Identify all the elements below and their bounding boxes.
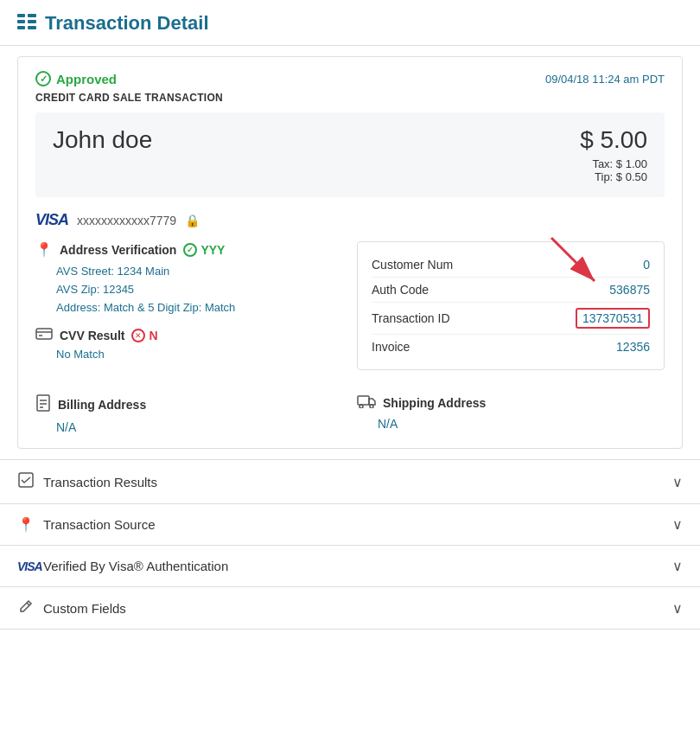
transaction-results-chevron: ∨ xyxy=(672,474,683,490)
svg-rect-4 xyxy=(28,20,36,23)
custom-fields-item[interactable]: Custom Fields ∨ xyxy=(0,586,700,630)
customer-num-value: 0 xyxy=(643,258,650,272)
tax-amount: Tax: $ 1.00 xyxy=(580,157,647,170)
auth-code-row: Auth Code 536875 xyxy=(372,278,650,303)
custom-fields-label: Custom Fields xyxy=(43,601,126,616)
svg-rect-14 xyxy=(358,396,369,405)
customer-num-row: Customer Num 0 xyxy=(372,253,650,278)
svg-rect-5 xyxy=(28,26,36,29)
transaction-type: CREDIT CARD SALE TRANSACTION xyxy=(35,92,665,104)
avs-code: YYY xyxy=(200,243,225,257)
cvv-label: CVV Result xyxy=(60,329,124,342)
customer-amount-section: John doe $ 5.00 Tax: $ 1.00 Tip: $ 0.50 xyxy=(35,112,665,197)
timestamp: 09/04/18 11:24 am PDT xyxy=(545,73,665,86)
custom-fields-chevron: ∨ xyxy=(672,600,683,617)
auth-code-value: 536875 xyxy=(609,283,650,297)
cvv-status: ✕ N xyxy=(131,329,157,342)
transaction-id-label: Transaction ID xyxy=(372,311,450,325)
tip-amount: Tip: $ 0.50 xyxy=(580,170,647,183)
transaction-id-value: 137370531 xyxy=(576,308,650,329)
avs-street: AVS Street: 1234 Main xyxy=(56,263,343,281)
avs-zip: AVS Zip: 12345 xyxy=(56,281,343,299)
shipping-label: Shipping Address xyxy=(383,396,486,410)
main-content-card: ✓ Approved 09/04/18 11:24 am PDT CREDIT … xyxy=(17,56,683,449)
avs-section: 📍 Address Verification ✓ YYY AVS Street:… xyxy=(35,241,343,317)
avs-check-icon: ✓ xyxy=(183,243,197,257)
cvv-header: CVV Result ✕ N xyxy=(35,327,343,344)
cvv-match: No Match xyxy=(56,348,343,361)
verification-grid: 📍 Address Verification ✓ YYY AVS Street:… xyxy=(35,241,665,370)
avs-pin-icon: 📍 xyxy=(35,241,53,258)
avs-details: AVS Street: 1234 Main AVS Zip: 12345 Add… xyxy=(56,263,343,317)
card-number: xxxxxxxxxxxx7779 xyxy=(77,214,176,227)
transaction-source-label: Transaction Source xyxy=(43,517,156,532)
cvv-code: N xyxy=(149,329,157,342)
shipping-truck-icon xyxy=(357,394,376,412)
svg-rect-17 xyxy=(19,473,33,487)
invoice-row: Invoice 12356 xyxy=(372,335,650,359)
transaction-results-left: Transaction Results xyxy=(17,472,157,491)
auth-code-label: Auth Code xyxy=(372,283,429,297)
svg-rect-0 xyxy=(17,14,25,17)
status-approved: ✓ Approved xyxy=(35,71,117,86)
status-row: ✓ Approved 09/04/18 11:24 am PDT xyxy=(35,71,665,86)
cvv-card-icon xyxy=(35,327,53,344)
approved-check-icon: ✓ xyxy=(35,71,51,86)
shipping-address-block: Shipping Address N/A xyxy=(357,394,665,434)
avs-label: Address Verification xyxy=(60,243,176,257)
lock-icon: 🔒 xyxy=(185,214,200,227)
avs-header: 📍 Address Verification ✓ YYY xyxy=(35,241,343,258)
svg-rect-10 xyxy=(37,395,49,411)
verified-visa-logo: VISA xyxy=(17,560,35,573)
page-header: Transaction Detail xyxy=(0,0,700,46)
customer-num-label: Customer Num xyxy=(372,258,453,272)
verification-left: 📍 Address Verification ✓ YYY AVS Street:… xyxy=(35,241,343,370)
customer-name: John doe xyxy=(53,126,152,154)
verified-visa-chevron: ∨ xyxy=(672,558,683,574)
cvv-x-icon: ✕ xyxy=(131,329,145,342)
custom-fields-pencil-icon xyxy=(17,599,35,617)
svg-rect-1 xyxy=(17,20,25,23)
visa-logo: VISA xyxy=(35,211,68,229)
main-amount: $ 5.00 xyxy=(580,126,647,154)
billing-address-block: Billing Address N/A xyxy=(35,394,343,434)
transaction-id-row: Transaction ID 137370531 xyxy=(372,303,650,335)
invoice-value: 12356 xyxy=(616,340,650,354)
avs-match: Address: Match & 5 Digit Zip: Match xyxy=(56,299,343,317)
cvv-section: CVV Result ✕ N No Match xyxy=(35,327,343,361)
transaction-source-chevron: ∨ xyxy=(672,516,683,533)
info-table: Customer Num 0 Auth Code 536875 Transact… xyxy=(357,241,665,370)
svg-line-18 xyxy=(27,603,29,605)
transaction-results-icon xyxy=(17,472,35,491)
collapsible-sections: Transaction Results ∨ 📍 Transaction Sour… xyxy=(0,459,700,630)
verified-visa-left: VISA Verified By Visa® Authentication xyxy=(17,559,228,573)
transaction-source-item[interactable]: 📍 Transaction Source ∨ xyxy=(0,503,700,545)
transaction-results-label: Transaction Results xyxy=(43,475,157,489)
grid-icon xyxy=(17,14,36,34)
transaction-source-icon: 📍 xyxy=(17,516,35,533)
card-info-row: VISA xxxxxxxxxxxx7779 🔒 xyxy=(35,211,665,229)
billing-value: N/A xyxy=(56,420,343,434)
amount-section: $ 5.00 Tax: $ 1.00 Tip: $ 0.50 xyxy=(580,126,647,183)
transaction-source-left: 📍 Transaction Source xyxy=(17,516,156,533)
billing-label: Billing Address xyxy=(58,398,146,412)
invoice-label: Invoice xyxy=(372,340,410,354)
svg-rect-3 xyxy=(28,14,36,17)
svg-point-15 xyxy=(360,405,363,408)
page-title: Transaction Detail xyxy=(45,12,209,35)
shipping-header: Shipping Address xyxy=(357,394,665,412)
amount-details: Tax: $ 1.00 Tip: $ 0.50 xyxy=(580,157,647,183)
custom-fields-left: Custom Fields xyxy=(17,599,126,617)
billing-doc-icon xyxy=(35,394,51,415)
transaction-results-item[interactable]: Transaction Results ∨ xyxy=(0,459,700,503)
avs-status: ✓ YYY xyxy=(183,243,225,257)
svg-point-16 xyxy=(370,405,373,408)
svg-rect-2 xyxy=(17,26,25,29)
verified-visa-item[interactable]: VISA Verified By Visa® Authentication ∨ xyxy=(0,545,700,586)
address-section: Billing Address N/A Shipping Address N/A xyxy=(35,384,665,434)
shipping-value: N/A xyxy=(378,417,665,431)
verified-visa-label: Verified By Visa® Authentication xyxy=(43,559,228,573)
svg-rect-6 xyxy=(36,329,52,339)
billing-header: Billing Address xyxy=(35,394,343,415)
approved-label: Approved xyxy=(56,72,117,86)
